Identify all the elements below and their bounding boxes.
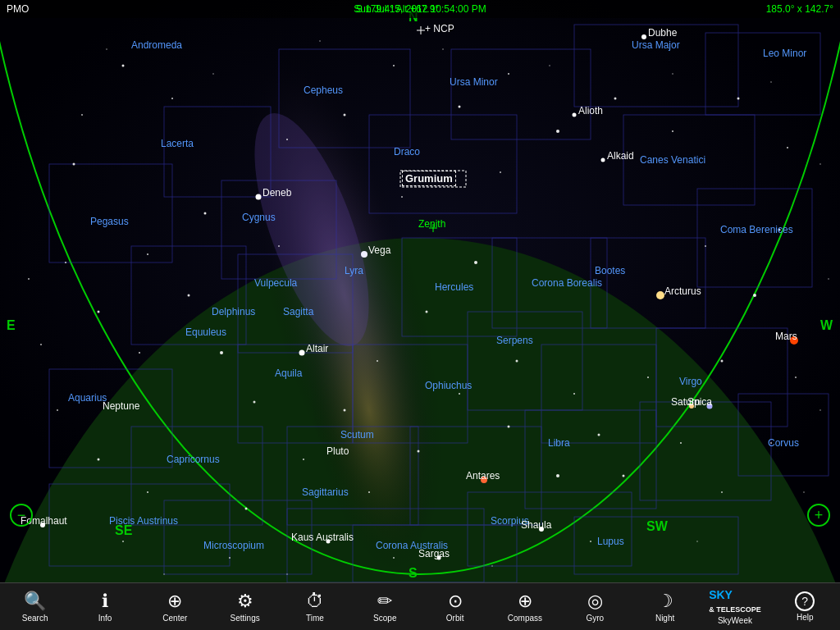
svg-rect-7 bbox=[49, 369, 172, 468]
settings-button[interactable]: ⚙ Settings bbox=[217, 585, 274, 629]
info-button[interactable]: ℹ Info bbox=[76, 585, 134, 629]
compass-button[interactable]: ⊕ Compass bbox=[496, 585, 554, 629]
night-icon: ☽ bbox=[657, 591, 673, 612]
time-label: Time bbox=[306, 614, 324, 623]
time-button[interactable]: ⏱ Time bbox=[286, 585, 344, 629]
ncp-label: + NCP bbox=[425, 23, 454, 34]
const-serpens: Serpens bbox=[496, 335, 533, 346]
svg-point-88 bbox=[147, 491, 148, 493]
center-button[interactable]: ⊕ Center bbox=[146, 585, 203, 629]
svg-point-70 bbox=[753, 294, 756, 297]
orbit-label: Orbit bbox=[446, 614, 464, 623]
svg-point-73 bbox=[623, 475, 625, 477]
svg-rect-37 bbox=[353, 525, 517, 582]
sky-map[interactable]: Andromeda Cepheus Pegasus Cygnus Lacerta… bbox=[0, 0, 840, 582]
svg-point-114 bbox=[319, 40, 321, 42]
const-corona-borealis: Corona Borealis bbox=[532, 277, 602, 289]
svg-point-81 bbox=[253, 401, 256, 404]
svg-point-77 bbox=[426, 311, 428, 313]
const-lyra: Lyra bbox=[345, 265, 363, 276]
svg-point-3 bbox=[284, 239, 454, 582]
svg-point-98 bbox=[278, 245, 280, 247]
svg-point-86 bbox=[65, 262, 66, 263]
svg-rect-20 bbox=[238, 254, 353, 353]
svg-rect-9 bbox=[221, 180, 336, 279]
planet-saturn: Saturn bbox=[671, 396, 700, 408]
search-icon: 🔍 bbox=[24, 591, 46, 612]
svg-point-110 bbox=[40, 344, 42, 345]
orbit-button[interactable]: ⊙ Orbit bbox=[427, 585, 484, 629]
svg-rect-21 bbox=[131, 246, 246, 345]
svg-point-116 bbox=[549, 65, 550, 66]
const-cepheus: Cepheus bbox=[304, 84, 343, 96]
const-corvus: Corvus bbox=[768, 437, 799, 449]
planet-mars: Mars bbox=[775, 331, 797, 342]
svg-point-95 bbox=[598, 434, 600, 436]
search-button[interactable]: 🔍 Search bbox=[7, 585, 64, 629]
svg-rect-31 bbox=[525, 410, 656, 509]
star-alkaid: Alkaid bbox=[607, 150, 634, 162]
svg-point-67 bbox=[737, 98, 740, 100]
svg-point-44 bbox=[481, 477, 487, 483]
help-label: Help bbox=[797, 613, 814, 622]
svg-rect-35 bbox=[49, 484, 230, 566]
scope-label: Scope bbox=[373, 614, 396, 623]
svg-point-56 bbox=[73, 163, 75, 166]
star-kaus-australis: Kaus Australis bbox=[291, 532, 354, 543]
minus-icon: − bbox=[17, 507, 26, 524]
const-delphinus: Delphinus bbox=[212, 306, 255, 317]
night-button[interactable]: ☽ Night bbox=[637, 585, 694, 629]
skyweek-button[interactable]: SKY& TELESCOPE SkyWeek bbox=[706, 585, 764, 629]
center-label: Center bbox=[162, 614, 187, 623]
svg-point-1 bbox=[0, 238, 840, 582]
svg-point-46 bbox=[539, 527, 544, 532]
const-corona-australis: Corona Australis bbox=[376, 540, 448, 551]
svg-point-103 bbox=[770, 442, 772, 444]
search-label: Search bbox=[22, 614, 48, 623]
svg-point-52 bbox=[641, 34, 646, 39]
svg-point-90 bbox=[368, 491, 370, 493]
const-vulpecula: Vulpecula bbox=[254, 277, 297, 289]
svg-point-53 bbox=[790, 336, 798, 345]
zoom-out-button[interactable]: − bbox=[10, 504, 33, 527]
svg-point-101 bbox=[705, 245, 706, 247]
info-label: Info bbox=[98, 614, 112, 623]
svg-rect-13 bbox=[574, 25, 738, 107]
svg-rect-30 bbox=[410, 427, 541, 525]
svg-point-107 bbox=[229, 557, 231, 559]
svg-point-72 bbox=[680, 442, 682, 444]
svg-point-119 bbox=[819, 163, 821, 165]
svg-point-111 bbox=[28, 278, 30, 280]
orbit-icon: ⊙ bbox=[448, 591, 463, 612]
svg-rect-26 bbox=[656, 328, 788, 427]
svg-rect-16 bbox=[697, 189, 812, 287]
skyweek-icon: SKY& TELESCOPE bbox=[709, 588, 761, 614]
skyweek-label: SkyWeek bbox=[718, 616, 752, 625]
star-shaula: Shaula bbox=[521, 519, 551, 531]
help-button[interactable]: ? Help bbox=[776, 585, 833, 629]
const-pegasus: Pegasus bbox=[90, 216, 129, 227]
svg-point-120 bbox=[828, 278, 829, 280]
svg-rect-34 bbox=[468, 492, 632, 566]
plus-icon: + bbox=[815, 507, 824, 524]
svg-point-93 bbox=[508, 426, 510, 428]
svg-point-121 bbox=[819, 409, 821, 411]
svg-rect-33 bbox=[287, 509, 484, 582]
scope-button[interactable]: ✏ Scope bbox=[356, 585, 413, 629]
svg-point-55 bbox=[171, 98, 173, 99]
svg-point-96 bbox=[647, 377, 649, 378]
gyro-button[interactable]: ◎ Gyro bbox=[566, 585, 623, 629]
svg-point-94 bbox=[556, 474, 559, 477]
svg-rect-25 bbox=[541, 345, 656, 443]
svg-point-39 bbox=[256, 194, 262, 200]
zoom-in-button[interactable]: + bbox=[807, 504, 830, 527]
svg-point-47 bbox=[326, 540, 331, 544]
svg-rect-8 bbox=[164, 107, 271, 197]
const-aquila: Aquila bbox=[275, 368, 302, 379]
star-sargas: Sargas bbox=[418, 548, 450, 559]
grumium-label[interactable]: Grumium bbox=[402, 171, 456, 186]
svg-point-117 bbox=[672, 73, 673, 75]
svg-rect-10 bbox=[279, 49, 410, 148]
svg-point-102 bbox=[795, 377, 797, 378]
svg-point-66 bbox=[672, 130, 673, 132]
